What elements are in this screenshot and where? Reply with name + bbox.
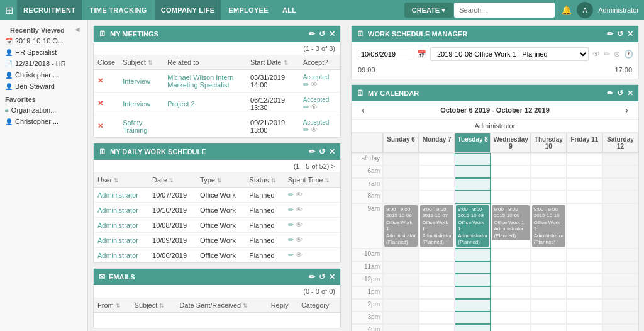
calendar-title: MY CALENDAR (368, 89, 603, 97)
create-button[interactable]: CREATE ▾ (404, 3, 453, 18)
row-edit-btn[interactable]: ✏ (288, 251, 294, 259)
sidebar-item-recent-2[interactable]: 👤 HR Specialist ✏ (0, 47, 87, 58)
sidebar-item-fav-2[interactable]: 👤 Christopher ... ✏ (0, 116, 87, 127)
nav-company-life[interactable]: Company Life (155, 0, 221, 20)
subject-cell[interactable]: Interview (119, 70, 164, 93)
dws-edit-btn[interactable]: ✏ (309, 147, 315, 156)
meetings-refresh-btn[interactable]: ↺ (319, 30, 325, 38)
row-edit-btn[interactable]: ✏ (303, 103, 309, 111)
col-date[interactable]: Date ⇅ (148, 173, 196, 188)
subject-cell[interactable]: Interview (119, 93, 164, 115)
meetings-edit-btn[interactable]: ✏ (309, 30, 315, 38)
doc-icon: 📄 (5, 60, 13, 67)
row-eye-btn[interactable]: 👁 (311, 126, 318, 133)
col-from[interactable]: From ⇅ (94, 298, 131, 313)
calendar-refresh-btn[interactable]: ↺ (617, 89, 623, 98)
sidebar-item-recent-4[interactable]: 👤 Christopher ... ✏ (0, 69, 87, 81)
wsm-time-end: 17:00 (614, 66, 632, 74)
wsm-edit-icon[interactable]: ✏ (604, 50, 610, 59)
close-row-btn[interactable]: ✕ (97, 99, 103, 107)
avatar[interactable]: A (577, 2, 593, 18)
sidebar-item-recent-5[interactable]: 👤 Ben Steward ✏ (0, 81, 87, 92)
calendar-event[interactable]: 9:00 - 9:002019-10-07Office Work 1Admini… (420, 205, 453, 247)
close-row-btn[interactable]: ✕ (97, 122, 103, 130)
meetings-close-btn[interactable]: ✕ (329, 30, 335, 38)
wsm-refresh-btn[interactable]: ↺ (617, 30, 623, 38)
calendar-cell (455, 261, 491, 274)
row-eye-btn[interactable]: 👁 (296, 206, 303, 213)
wsm-clock-icon[interactable]: 🕐 (624, 50, 633, 59)
sidebar-collapse-btn[interactable]: ◀ (72, 24, 82, 35)
row-edit-btn[interactable]: ✏ (303, 126, 309, 133)
user-cell[interactable]: Administrator (94, 218, 148, 233)
nav-time-tracking[interactable]: Time Tracking (83, 0, 153, 20)
user-cell[interactable]: Administrator (94, 188, 148, 203)
calendar-cell (419, 324, 455, 331)
emails-close-btn[interactable]: ✕ (329, 272, 335, 281)
row-edit-btn[interactable]: ✏ (288, 236, 294, 244)
col-subject[interactable]: Subject ⇅ (119, 55, 164, 70)
row-edit-btn[interactable]: ✏ (303, 81, 309, 88)
col-date-sent[interactable]: Date Sent/Received ⇅ (175, 298, 267, 313)
subject-cell[interactable]: Safety Training (119, 115, 164, 138)
wsm-eye-icon[interactable]: 👁 (592, 50, 600, 59)
row-edit-btn[interactable]: ✏ (288, 221, 294, 228)
wsm-schedule-select[interactable]: 2019-10-08 Office Work 1 - Planned (430, 47, 589, 61)
col-start-date[interactable]: Start Date ⇅ (247, 55, 299, 70)
calendar-cell (455, 153, 491, 166)
related-cell[interactable]: Project 2 (164, 93, 247, 115)
user-cell[interactable]: Administrator (94, 203, 148, 218)
calendar-cell (419, 249, 455, 261)
wsm-date-input[interactable] (357, 48, 413, 60)
col-user[interactable]: User ⇅ (94, 173, 148, 188)
sidebar-item-fav-1[interactable]: ≡ Organization... ✏ (0, 104, 87, 116)
col-spent-time[interactable]: Spent Time ⇅ (284, 173, 340, 188)
calendar-event[interactable]: 9:00 - 9:002015-10-10Office Work 1Admini… (532, 205, 565, 247)
row-eye-btn[interactable]: 👁 (311, 81, 318, 88)
calendar-event[interactable]: 9:00 - 9:002015-10-06Office Work 1Admini… (384, 205, 418, 247)
calendar-event[interactable]: 9:00 - 9:002015-10-08Office Work 1Admini… (456, 205, 489, 247)
bell-icon[interactable]: 🔔 (561, 5, 572, 15)
close-row-btn[interactable]: ✕ (97, 77, 103, 84)
email-icon: ✉ (99, 272, 105, 281)
calendar-cell (531, 153, 567, 166)
calendar-edit-btn[interactable]: ✏ (607, 89, 613, 98)
dws-refresh-btn[interactable]: ↺ (319, 147, 325, 156)
wsm-close-btn[interactable]: ✕ (627, 30, 633, 38)
nav-all[interactable]: All (276, 0, 303, 20)
row-eye-btn[interactable]: 👁 (296, 191, 303, 198)
calendar-next-btn[interactable]: › (623, 105, 631, 115)
row-edit-btn[interactable]: ✏ (288, 191, 294, 198)
calendar-cell (455, 249, 491, 261)
related-cell[interactable]: Michael Wilson Intern Marketing Speciali… (164, 70, 247, 93)
row-edit-btn[interactable]: ✏ (288, 206, 294, 213)
row-eye-btn[interactable]: 👁 (311, 103, 318, 111)
wsm-edit-btn[interactable]: ✏ (607, 30, 613, 38)
emails-refresh-btn[interactable]: ↺ (319, 272, 325, 281)
calendar-cell (567, 191, 602, 203)
calendar-day-header: Thursday 10 (531, 133, 567, 153)
user-cell[interactable]: Administrator (94, 248, 148, 263)
calendar-prev-btn[interactable]: ‹ (359, 105, 367, 115)
col-status[interactable]: Status ⇅ (245, 173, 284, 188)
calendar-event[interactable]: 9:00 - 9:002015-10-09Office Work 1Admini… (492, 205, 529, 240)
emails-edit-btn[interactable]: ✏ (309, 272, 315, 281)
calendar-close-btn[interactable]: ✕ (627, 89, 633, 98)
sidebar-item-recent-3[interactable]: 📄 12/31/2018 - HR ✏ (0, 58, 87, 69)
nav-employee[interactable]: Employee (222, 0, 275, 20)
col-type[interactable]: Type ⇅ (196, 173, 245, 188)
col-related[interactable]: Related to (164, 55, 247, 70)
calendar-cell (567, 274, 602, 286)
user-icon: 👤 (5, 49, 13, 56)
dws-close-btn[interactable]: ✕ (329, 147, 335, 156)
col-subject[interactable]: Subject ⇅ (131, 298, 176, 313)
row-eye-btn[interactable]: 👁 (296, 221, 303, 228)
calendar-icon[interactable]: 📅 (417, 50, 426, 59)
wsm-check-icon[interactable]: ⊙ (614, 50, 620, 59)
search-input[interactable] (454, 3, 555, 18)
row-eye-btn[interactable]: 👁 (296, 236, 303, 244)
sidebar-item-recent-1[interactable]: 📅 2019-10-10 O... ✏ (0, 35, 87, 47)
user-cell[interactable]: Administrator (94, 233, 148, 248)
row-eye-btn[interactable]: 👁 (296, 251, 303, 259)
nav-recruitment[interactable]: Recruitment (17, 0, 82, 20)
